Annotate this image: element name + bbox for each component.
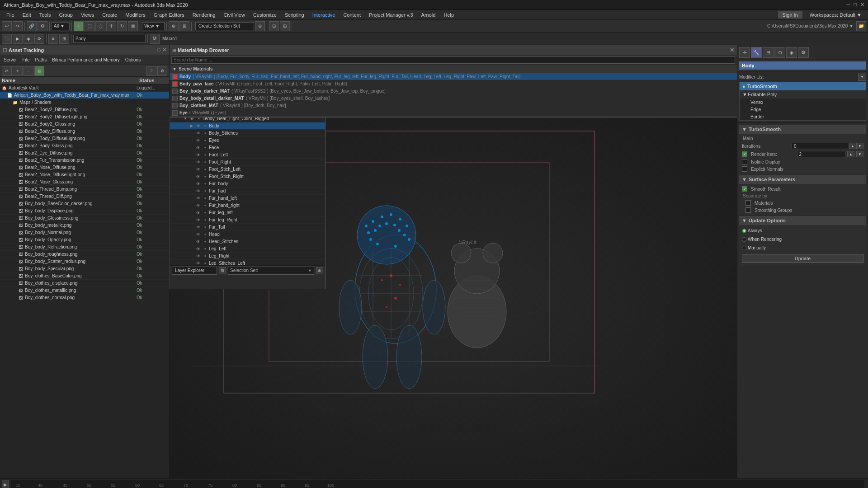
rotate-btn[interactable]: ↻ [117,21,127,31]
visibility-icon[interactable]: 👁 [194,166,202,173]
asset-menu-server[interactable]: Server [2,57,19,62]
menu-scripting[interactable]: Scripting [281,11,308,19]
render-icon[interactable] [310,216,317,224]
freeze-icon[interactable] [302,253,310,260]
scene-list-item[interactable]: 👁●Foot_Left [170,151,325,159]
box-display-icon[interactable] [318,195,325,202]
material-item[interactable]: Boy_body_darker_MAT( VRayFastSSS2 ) [Boy… [170,88,737,95]
asset-list-item[interactable]: 🖼Boy_clothes_normal.pngOk [0,294,169,301]
scene-list-item[interactable]: 👁●Fur_Tail [170,224,325,231]
freeze-icon[interactable] [302,202,310,209]
freeze-icon[interactable] [302,188,310,195]
freeze-icon[interactable] [302,122,310,130]
macro-btn[interactable]: M [150,34,160,44]
freeze-icon[interactable] [302,231,310,238]
asset-list-item[interactable]: 🖼Boy_body_Scatter_radius.pngOk [0,258,169,265]
visibility-icon[interactable]: 👁 [194,224,202,231]
align-btn[interactable]: ⊞ [179,21,189,31]
close-btn[interactable]: ✕ [860,2,864,8]
visibility-icon[interactable]: 👁 [194,209,202,216]
render-btn[interactable]: ▶ [13,34,23,44]
selection-set-dropdown[interactable]: Selection Set: ▼ [228,267,314,275]
asset-list-item[interactable]: 🖼Boy_body_Normal.pngOk [0,229,169,236]
render-icon[interactable] [310,188,317,195]
render-icon[interactable] [310,180,317,188]
menu-customize[interactable]: Customize [250,11,280,19]
smoothing-groups-checkbox[interactable] [745,207,751,213]
asset-list-item[interactable]: 🖼Boy_body_roughness.pngOk [0,251,169,258]
asset-menu-options[interactable]: Options [123,57,142,62]
visibility-icon[interactable]: 👁 [194,238,202,245]
visibility-icon[interactable]: 👁 [194,260,202,266]
asset-list-item[interactable]: 🖼Bear2_Body2_Gloss.pngOk [0,121,169,128]
render-iters-checkbox[interactable]: ✓ [742,151,747,157]
render-visibility-icon[interactable]: ● [202,166,209,173]
timeline-track[interactable]: 35 40 45 50 55 60 65 70 75 80 85 90 95 1… [11,480,864,488]
asset-menu-bitmap-perf[interactable]: Bitmap Performance and Memory [50,57,122,62]
box-display-icon[interactable] [318,173,325,180]
menu-workspaces[interactable]: Workspaces: Default ▼ [806,11,865,19]
select-link-btn[interactable]: 🔗 [27,21,37,31]
box-display-icon[interactable] [318,130,325,137]
explicit-normals-checkbox[interactable] [742,166,747,172]
render-visibility-icon[interactable]: ● [202,195,209,202]
menu-interactive[interactable]: Interactive [309,11,339,19]
asset-list-item[interactable]: 🖼Bear2_Nose_Gloss.pngOk [0,178,169,186]
freeze-icon[interactable] [302,130,310,137]
menu-modifiers[interactable]: Modifiers [122,11,149,19]
array-btn[interactable]: ⊞ [280,21,290,31]
asset-list-item[interactable]: 🖼Bear2_Body2_DiffuseLight.pngOk [0,113,169,121]
asset-list-item[interactable]: 🖼Bear2_Body_Diffuse.pngOk [0,128,169,135]
material-item[interactable]: Boy_clothes_MAT( VRayMtl ) [Boy_doth, Bo… [170,102,737,109]
visibility-icon[interactable]: 👁 [194,159,202,166]
scene-list-item[interactable]: 👁●Face [170,144,325,151]
freeze-icon[interactable] [302,137,310,144]
asset-list-item[interactable]: 🖼Bear2_Body_Gloss.pngOk [0,142,169,150]
utility-cmd-btn[interactable]: ⚙ [798,47,809,58]
render-visibility-icon[interactable]: ● [202,188,209,195]
scene-footer-btn1[interactable]: ⊞ [219,267,226,274]
freeze-icon[interactable] [302,224,310,231]
scene-list-item[interactable]: 👁●Fur_leg_Right [170,216,325,224]
create-sel-btn[interactable]: ⊕ [255,21,265,31]
asset-collapse-btn[interactable]: - [24,66,33,76]
visibility-icon[interactable]: 👁 [194,151,202,159]
expand-icon[interactable] [189,145,194,150]
render-visibility-icon[interactable]: ● [202,209,209,216]
asset-list-item[interactable]: 🖼Boy_clothes_displace.pngOk [0,280,169,287]
vertex-sub[interactable]: Vertex [749,99,866,106]
render-icon[interactable] [310,224,317,231]
menu-help[interactable]: Help [440,11,458,19]
asset-list-item[interactable]: 📄African_Baby_Boy_with_Teddy_Bear_Fur_ma… [0,92,169,99]
expand-icon[interactable] [189,167,194,172]
material-search-input[interactable] [171,56,735,64]
asset-expand-btn[interactable]: + [13,66,23,76]
menu-sign-in[interactable]: Sign In [778,11,802,19]
menu-content[interactable]: Content [340,11,364,19]
manually-radio[interactable]: Manually [742,245,766,250]
restore-btn[interactable]: □ [854,2,857,8]
render-icon[interactable] [310,151,317,159]
render-visibility-icon[interactable]: ● [202,245,209,253]
render-visibility-icon[interactable]: ● [202,231,209,238]
render-icon[interactable] [310,144,317,151]
menu-civil-view[interactable]: Civil View [220,11,248,19]
freeze-icon[interactable] [302,216,310,224]
render-visibility-icon[interactable]: ● [202,180,209,188]
expand-icon[interactable] [189,217,194,223]
visibility-icon[interactable]: 👁 [194,202,202,209]
render-icon[interactable] [310,245,317,253]
asset-close-btn[interactable]: ✕ [162,47,166,53]
iterations-up-btn[interactable]: ▲ [849,143,856,149]
select-lasso-btn[interactable]: ◌ [95,21,105,31]
materials-checkbox[interactable] [745,200,751,206]
visibility-icon[interactable]: 👁 [194,245,202,253]
asset-list-item[interactable]: 🖼Boy_body_Glossiness.pngOk [0,215,169,222]
scene-list-item[interactable]: 👁●Head [170,231,325,238]
asset-minimize-btn[interactable]: _ [153,47,156,53]
box-display-icon[interactable] [318,188,325,195]
freeze-icon[interactable] [302,166,310,173]
box-display-icon[interactable] [318,137,325,144]
render-visibility-icon[interactable]: ● [202,122,209,130]
asset-list-item[interactable]: 🖼Boy_body_Refraction.pngOk [0,244,169,251]
